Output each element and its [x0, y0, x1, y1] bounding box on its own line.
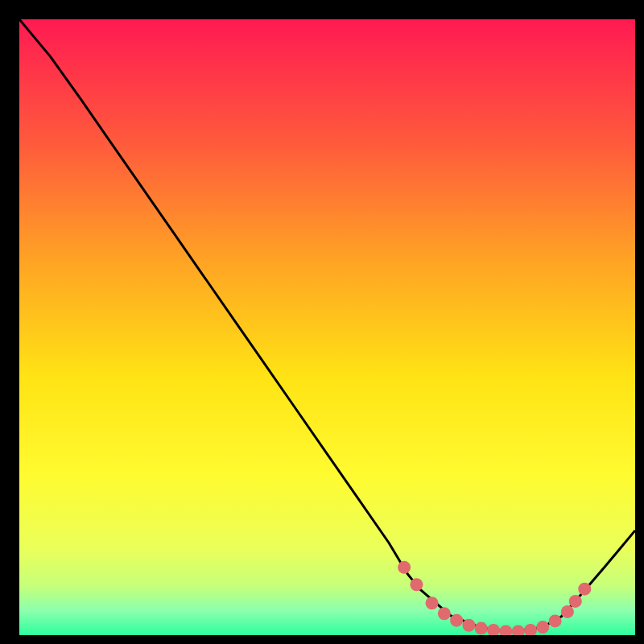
data-marker [561, 605, 574, 618]
data-marker [462, 619, 475, 632]
bottleneck-chart [0, 0, 644, 644]
data-marker [410, 578, 423, 591]
chart-container: TheBottleneck.com [0, 0, 644, 644]
data-marker [426, 597, 439, 609]
data-marker [487, 624, 500, 637]
chart-background [19, 19, 635, 635]
data-marker [398, 561, 411, 574]
data-marker [569, 595, 582, 608]
data-marker [536, 621, 549, 634]
data-marker [578, 583, 591, 596]
data-marker [549, 614, 562, 627]
data-marker [450, 614, 463, 627]
data-marker [438, 607, 451, 620]
data-marker [475, 622, 488, 635]
data-marker [524, 624, 537, 637]
